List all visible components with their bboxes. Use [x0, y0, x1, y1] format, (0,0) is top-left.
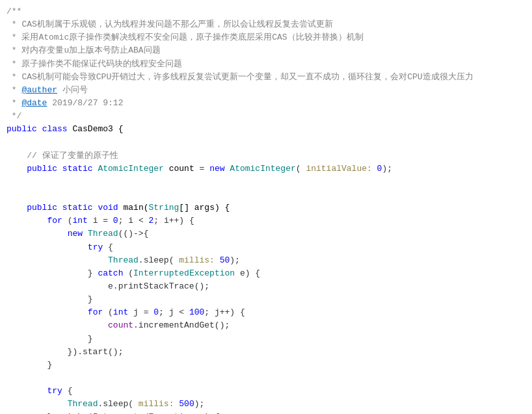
- line-14: [0, 175, 532, 188]
- line-13: public static AtomicInteger count = new …: [0, 162, 532, 175]
- line-22: e.printStackTrace();: [0, 280, 532, 293]
- line-20: Thread.sleep( millis: 50);: [0, 254, 532, 267]
- line-30: try {: [0, 385, 532, 398]
- line-15: [0, 188, 532, 201]
- line-26: }: [0, 333, 532, 346]
- line-29: [0, 372, 532, 385]
- line-19: try {: [0, 241, 532, 254]
- line-25: count.incrementAndGet();: [0, 319, 532, 332]
- line-23: }: [0, 293, 532, 306]
- line-6: * CAS机制可能会导致CPU开销过大，许多线程反复尝试更新一个变量，却又一直不…: [0, 71, 532, 84]
- line-24: for (int j = 0; j < 100; j++) {: [0, 306, 532, 319]
- line-1: /**: [0, 5, 532, 18]
- code-editor: /** * CAS机制属于乐观锁，认为线程并发问题不那么严重，所以会让线程反复去…: [0, 0, 532, 414]
- line-16: public static void main(String[] args) {: [0, 201, 532, 214]
- line-28: }: [0, 359, 532, 372]
- line-32: } catch (InterruptedException e) {: [0, 411, 532, 414]
- line-31: Thread.sleep( millis: 500);: [0, 398, 532, 411]
- line-17: for (int i = 0; i < 2; i++) {: [0, 214, 532, 227]
- line-9: */: [0, 110, 532, 123]
- line-18: new Thread(()->{: [0, 227, 532, 240]
- line-12: // 保证了变量的原子性: [0, 149, 532, 162]
- line-10: public class CasDemo3 {: [0, 123, 532, 136]
- line-7: * @auther 小问号: [0, 84, 532, 97]
- line-3: * 采用Atomic原子操作类解决线程不安全问题，原子操作类底层采用CAS（比较…: [0, 31, 532, 44]
- line-4: * 对内存变量u加上版本号防止ABA问题: [0, 44, 532, 57]
- line-5: * 原子操作类不能保证代码块的线程安全问题: [0, 58, 532, 71]
- line-27: }).start();: [0, 346, 532, 359]
- line-2: * CAS机制属于乐观锁，认为线程并发问题不那么严重，所以会让线程反复去尝试更新: [0, 18, 532, 31]
- line-21: } catch (InterruptedException e) {: [0, 267, 532, 280]
- line-8: * @date 2019/8/27 9:12: [0, 97, 532, 110]
- line-11: [0, 136, 532, 149]
